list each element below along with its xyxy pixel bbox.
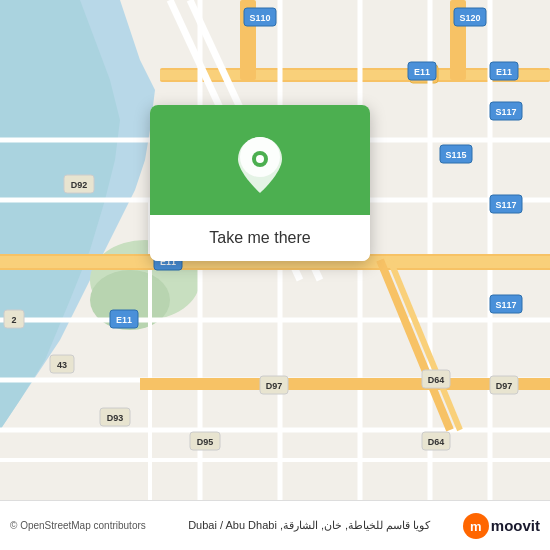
svg-text:E11: E11 xyxy=(496,67,512,77)
moovit-text: moovit xyxy=(491,517,540,534)
location-pin-icon xyxy=(238,137,282,193)
svg-text:D64: D64 xyxy=(428,375,445,385)
popup-card: Take me there xyxy=(150,105,370,261)
moovit-logo: m moovit xyxy=(463,513,540,539)
svg-text:D64: D64 xyxy=(428,437,445,447)
svg-text:S120: S120 xyxy=(459,13,480,23)
svg-text:2: 2 xyxy=(11,315,16,325)
svg-text:E11: E11 xyxy=(414,67,430,77)
svg-text:S115: S115 xyxy=(445,150,466,160)
bottom-bar: © OpenStreetMap contributors كويا قاسم ل… xyxy=(0,500,550,550)
svg-point-68 xyxy=(256,155,264,163)
map-container[interactable]: S110 S120 E11 E11 S115 S117 S117 D92 E11 xyxy=(0,0,550,500)
svg-rect-25 xyxy=(140,378,550,390)
osm-credit: © OpenStreetMap contributors xyxy=(10,520,156,531)
moovit-icon: m xyxy=(463,513,489,539)
svg-text:D92: D92 xyxy=(71,180,88,190)
app: S110 S120 E11 E11 S115 S117 S117 D92 E11 xyxy=(0,0,550,550)
svg-text:D97: D97 xyxy=(496,381,513,391)
svg-text:S117: S117 xyxy=(495,300,516,310)
svg-text:S110: S110 xyxy=(249,13,270,23)
svg-text:E11: E11 xyxy=(116,315,132,325)
svg-text:D95: D95 xyxy=(197,437,214,447)
svg-text:m: m xyxy=(470,519,482,534)
location-name: كويا قاسم للخياطة, خان, الشارقة, Dubai /… xyxy=(164,519,455,532)
svg-text:D93: D93 xyxy=(107,413,124,423)
svg-text:S117: S117 xyxy=(495,107,516,117)
svg-text:43: 43 xyxy=(57,360,67,370)
svg-text:S117: S117 xyxy=(495,200,516,210)
popup-header xyxy=(150,105,370,215)
moovit-m-icon: m xyxy=(468,518,484,534)
svg-text:D97: D97 xyxy=(266,381,283,391)
